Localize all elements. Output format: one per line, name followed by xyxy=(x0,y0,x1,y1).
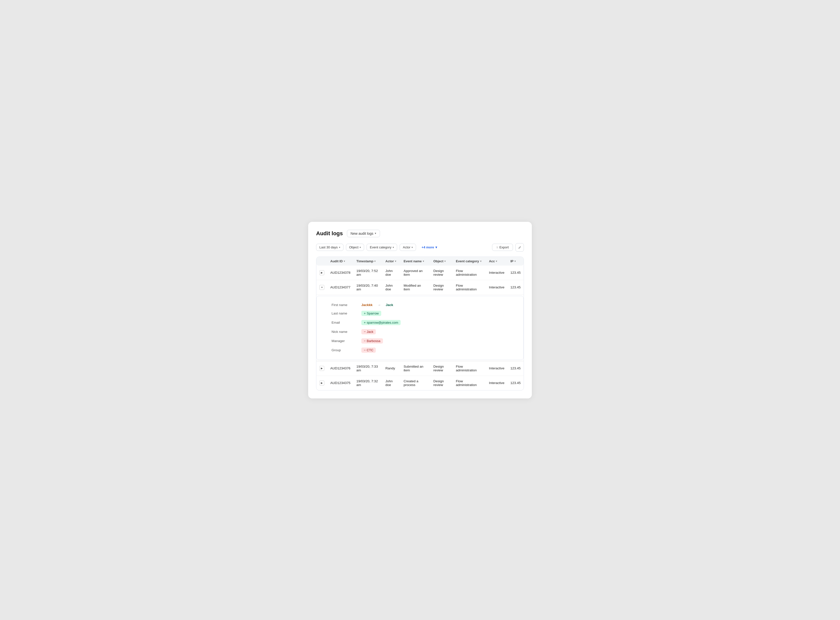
field-row: Group − CTC xyxy=(332,346,519,355)
cell-acc: Interactive xyxy=(486,266,507,280)
field-row: Email + sparrow@pirates.com xyxy=(332,318,519,327)
actor-filter[interactable]: Actor ▾ xyxy=(400,244,416,251)
table-row: ▶ AUD1234375 19/03/20, 7:32 am John doe … xyxy=(317,376,523,390)
expand-arrow-icon[interactable]: ▾ xyxy=(319,285,324,290)
col-event-category[interactable]: Event category ▾ xyxy=(453,257,486,266)
chevron-down-icon: ▾ xyxy=(412,246,413,249)
cell-object: Design review xyxy=(430,361,453,376)
chevron-down-icon: ▾ xyxy=(393,246,394,249)
cell-timestamp: 19/03/20, 7:52 am xyxy=(353,266,383,280)
field-row: Manager − Barbossa xyxy=(332,336,519,346)
field-label: Manager xyxy=(332,339,356,343)
expand-arrow-icon[interactable]: ▶ xyxy=(319,381,324,385)
field-label: Last name xyxy=(332,312,356,315)
cell-audit-id: AUD1234377 xyxy=(327,280,353,295)
sort-icon: ▾ xyxy=(444,260,446,263)
cell-event-name: Created a process xyxy=(401,376,430,390)
chevron-down-icon: ▾ xyxy=(436,245,437,249)
minus-icon: − xyxy=(364,348,366,352)
row-expand-cell[interactable]: ▶ xyxy=(317,361,327,376)
col-timestamp[interactable]: Timestamp ▾ xyxy=(353,257,383,266)
fullscreen-button[interactable]: ⤢ xyxy=(516,243,524,251)
main-card: Audit logs New audit logs ▾ Last 30 days… xyxy=(308,222,532,399)
export-button[interactable]: ↑ Export xyxy=(492,244,513,251)
table-header-row: Audit ID ▾ Timestamp ▾ Actor ▾ Event nam… xyxy=(317,257,523,266)
cell-event-category: Flow administration xyxy=(453,266,486,280)
more-filters-button[interactable]: +4 more ▾ xyxy=(419,244,440,251)
cell-acc: Interactive xyxy=(486,280,507,295)
cell-ip: 123.45 xyxy=(507,361,523,376)
chevron-down-icon: ▾ xyxy=(360,246,361,249)
col-object[interactable]: Object ▾ xyxy=(430,257,453,266)
expand-icon: ⤢ xyxy=(518,245,521,250)
field-label: Nick name xyxy=(332,330,356,334)
page-title: Audit logs xyxy=(316,230,343,237)
audit-table: Audit ID ▾ Timestamp ▾ Actor ▾ Event nam… xyxy=(317,257,523,390)
field-row: Last name + Sparrow xyxy=(332,309,519,318)
field-label: First name xyxy=(332,303,356,307)
cell-acc: Interactive xyxy=(486,361,507,376)
col-expand xyxy=(317,257,327,266)
sort-icon: ▾ xyxy=(395,260,396,263)
cell-ip: 123.45 xyxy=(507,280,523,295)
field-add-badge: + Sparrow xyxy=(361,311,381,316)
table-row: ▶ AUD1234378 19/03/20, 7:52 am John doe … xyxy=(317,266,523,280)
cell-audit-id: AUD1234376 xyxy=(327,361,353,376)
row-expand-cell[interactable]: ▶ xyxy=(317,376,327,390)
cell-audit-id: AUD1234375 xyxy=(327,376,353,390)
field-label: Group xyxy=(332,348,356,352)
export-icon: ↑ xyxy=(496,245,498,249)
col-ip[interactable]: IP ▾ xyxy=(507,257,523,266)
cell-object: Design review xyxy=(430,280,453,295)
row-expand-cell[interactable]: ▶ xyxy=(317,266,327,280)
field-add-badge: + sparrow@pirates.com xyxy=(361,320,401,325)
cell-object: Design review xyxy=(430,266,453,280)
expand-arrow-icon[interactable]: ▶ xyxy=(319,270,324,275)
minus-icon: − xyxy=(364,339,366,343)
cell-event-name: Modified an item xyxy=(401,280,430,295)
expanded-details-row: First name Jackkk → Jack Last name + Spa… xyxy=(317,295,523,361)
cell-event-name: Submitted an item xyxy=(401,361,430,376)
col-actor[interactable]: Actor ▾ xyxy=(383,257,401,266)
table-row: ▾ AUD1234377 19/03/20, 7:40 am John doe … xyxy=(317,280,523,295)
field-remove-badge: − Jack xyxy=(361,329,376,334)
cell-object: Design review xyxy=(430,376,453,390)
row-expand-cell[interactable]: ▾ xyxy=(317,280,327,295)
cell-ip: 123.45 xyxy=(507,266,523,280)
col-audit-id[interactable]: Audit ID ▾ xyxy=(327,257,353,266)
field-remove-badge: − CTC xyxy=(361,348,376,353)
object-filter[interactable]: Object ▾ xyxy=(346,244,364,251)
audit-table-container: Audit ID ▾ Timestamp ▾ Actor ▾ Event nam… xyxy=(316,257,524,390)
cell-timestamp: 19/03/20, 7:40 am xyxy=(353,280,383,295)
sort-icon: ▾ xyxy=(374,260,376,263)
sort-icon: ▾ xyxy=(514,260,516,263)
cell-timestamp: 19/03/20, 7:32 am xyxy=(353,376,383,390)
sort-icon: ▾ xyxy=(496,260,497,263)
field-row: First name Jackkk → Jack xyxy=(332,301,519,309)
field-row: Nick name − Jack xyxy=(332,327,519,336)
cell-acc: Interactive xyxy=(486,376,507,390)
field-label: Email xyxy=(332,321,356,324)
col-acc[interactable]: Acc ▾ xyxy=(486,257,507,266)
new-audit-logs-dropdown[interactable]: New audit logs ▾ xyxy=(347,230,380,237)
arrow-right-icon: → xyxy=(377,303,381,307)
sort-icon: ▾ xyxy=(423,260,424,263)
chevron-down-icon: ▾ xyxy=(375,232,376,235)
sort-icon: ▾ xyxy=(480,260,481,263)
cell-actor: Randy xyxy=(383,361,401,376)
cell-event-category: Flow administration xyxy=(453,361,486,376)
event-category-filter[interactable]: Event category ▾ xyxy=(366,244,397,251)
minus-icon: − xyxy=(364,330,366,334)
cell-actor: John doe xyxy=(383,266,401,280)
table-row: ▶ AUD1234376 19/03/20, 7:33 am Randy Sub… xyxy=(317,361,523,376)
expand-arrow-icon[interactable]: ▶ xyxy=(319,366,324,371)
cell-audit-id: AUD1234378 xyxy=(327,266,353,280)
cell-actor: John doe xyxy=(383,376,401,390)
cell-event-category: Flow administration xyxy=(453,376,486,390)
time-range-filter[interactable]: Last 30 days ▾ xyxy=(316,244,344,251)
cell-event-category: Flow administration xyxy=(453,280,486,295)
chevron-down-icon: ▾ xyxy=(339,246,340,249)
cell-ip: 123.45 xyxy=(507,376,523,390)
col-event-name[interactable]: Event name ▾ xyxy=(401,257,430,266)
plus-icon: + xyxy=(364,321,366,324)
